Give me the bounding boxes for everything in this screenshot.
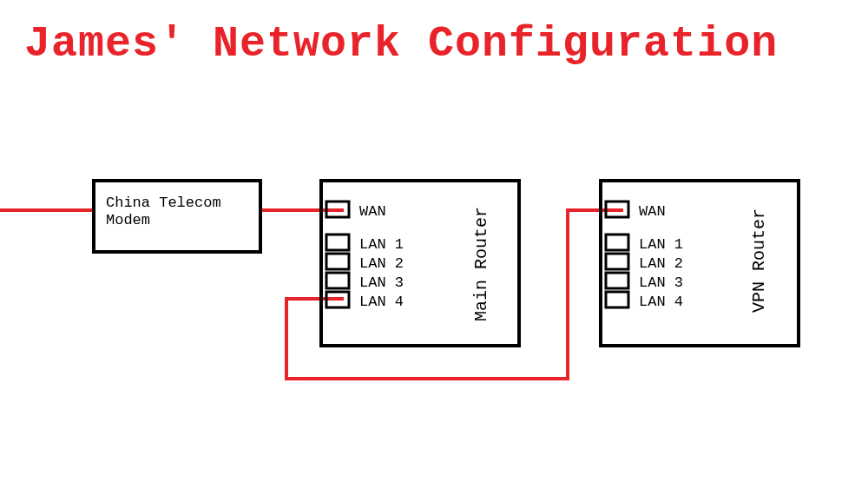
modem-label-line1: China Telecom <box>106 195 221 211</box>
vpn-router-port-label-1: LAN 1 <box>639 236 683 253</box>
vpn-router-port-label-2: LAN 2 <box>639 255 683 272</box>
vpn-router-port-label-4: LAN 4 <box>639 294 683 310</box>
main-router-port-label-4: LAN 4 <box>359 294 404 310</box>
main-router-port-lan3 <box>326 273 349 288</box>
vpn-router-title: VPN Router <box>749 208 769 313</box>
vpn-router-port-label-0: WAN <box>639 203 666 220</box>
vpn-router-port-lan1 <box>606 235 628 250</box>
modem-label-line2: Modem <box>106 212 150 228</box>
main-router-port-label-1: LAN 1 <box>359 236 404 253</box>
vpn-router-port-lan3 <box>606 273 628 288</box>
main-router-port-label-0: WAN <box>359 203 386 220</box>
main-router-title: Main Router <box>471 207 491 321</box>
main-router-port-lan2 <box>326 254 349 269</box>
main-router-port-label-3: LAN 3 <box>359 274 404 291</box>
diagram-canvas: China Telecom Modem WAN LAN 1 LAN 2 LAN … <box>0 0 868 489</box>
vpn-router-port-lan2 <box>606 254 628 269</box>
vpn-router-port-lan4 <box>606 292 628 307</box>
main-router-port-lan1 <box>326 235 349 250</box>
vpn-router-port-label-3: LAN 3 <box>639 274 683 291</box>
main-router-port-label-2: LAN 2 <box>359 255 404 272</box>
